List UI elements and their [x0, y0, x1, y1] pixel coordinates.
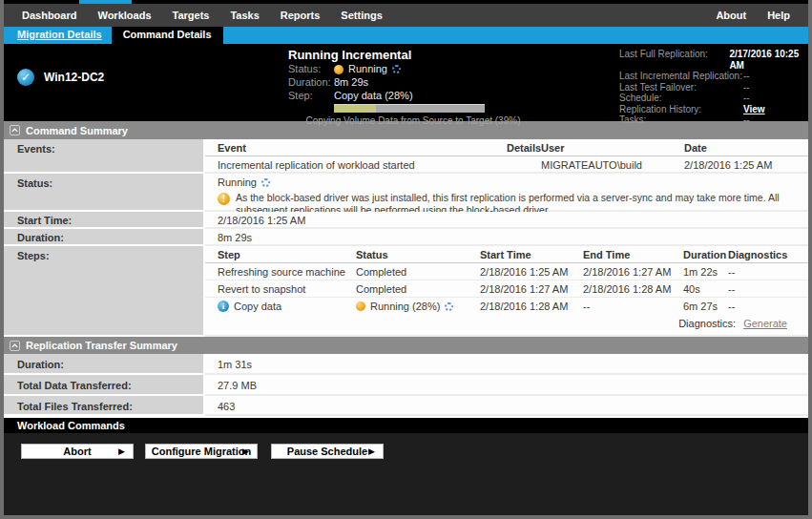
- tab-migration-details[interactable]: Migration Details: [4, 27, 112, 44]
- tasks-value: --: [743, 114, 750, 126]
- workload-commands-title: Workload Commands: [17, 420, 125, 431]
- summary-duration-label: Duration:: [4, 229, 205, 246]
- collapse-icon[interactable]: [10, 125, 20, 135]
- workload-commands-area: Abort ▶ Configure Migration ▶ Pause Sche…: [4, 433, 808, 515]
- progress-caption: Copying Volume Data from Source to Targe…: [288, 115, 538, 126]
- status-row: Status: Running ! As the block-based dri…: [4, 174, 808, 212]
- event-table-row: Incremental replication of workload star…: [205, 156, 808, 174]
- steps-col-step: Step: [205, 246, 356, 263]
- spinner-icon: [392, 65, 401, 73]
- events-col-date: Date: [684, 139, 808, 156]
- events-row: Events: Event Details User Date Incremen…: [4, 139, 808, 174]
- events-col-event: Event: [205, 139, 507, 156]
- progress-bar-fill: [334, 105, 376, 113]
- nav-item-about[interactable]: About: [705, 10, 757, 21]
- replication-summary-block: Last Full Replication:2/17/2016 10:25 AM…: [619, 49, 806, 126]
- step-table-row: Revert to snapshot Completed 2/18/2016 1…: [205, 280, 808, 298]
- transfer-duration-row: Duration: 1m 31s: [4, 354, 808, 375]
- start-time-label: Start Time:: [4, 212, 205, 229]
- last-full-replication-label: Last Full Replication:: [619, 49, 729, 71]
- steps-col-status: Status: [356, 246, 480, 263]
- summary-status-value: Running: [218, 176, 257, 188]
- nav-item-help[interactable]: Help: [757, 10, 801, 21]
- command-status-block: Running Incremental Status: Running Dura…: [288, 48, 538, 126]
- configure-migration-button[interactable]: Configure Migration ▶: [145, 444, 258, 459]
- arrow-right-icon: ▶: [118, 446, 125, 456]
- events-label: Events:: [4, 139, 205, 174]
- check-icon: ✓: [17, 69, 34, 86]
- nav-item-tasks[interactable]: Tasks: [219, 10, 269, 21]
- events-table: Event Details User Date Incremental repl…: [205, 139, 808, 173]
- command-title: Running Incremental: [288, 48, 538, 62]
- spinner-icon: [445, 302, 453, 311]
- start-time-row: Start Time: 2/18/2016 1:25 AM: [4, 212, 808, 229]
- total-data-row: Total Data Transferred: 27.9 MB: [4, 375, 808, 396]
- summary-status-content: Running ! As the block-based driver was …: [205, 174, 808, 212]
- steps-col-duration: Duration: [683, 246, 728, 263]
- steps-col-end: End Time: [583, 246, 683, 263]
- window-frame: Dashboard Workloads Targets Tasks Report…: [0, 0, 812, 519]
- nav-item-targets[interactable]: Targets: [162, 10, 220, 21]
- steps-label: Steps:: [4, 246, 205, 337]
- last-test-failover-label: Last Test Failover:: [619, 82, 743, 93]
- summary-status-label: Status:: [4, 174, 205, 212]
- replication-history-label: Replication History:: [619, 104, 743, 115]
- last-incremental-replication-value: --: [743, 71, 750, 82]
- active-nav-indicator: [79, 0, 132, 4]
- total-files-row: Total Files Transferred: 463: [4, 396, 808, 416]
- schedule-label: Schedule:: [619, 93, 743, 104]
- total-files-label: Total Files Transferred:: [4, 396, 205, 416]
- spinner-icon: [261, 178, 270, 187]
- start-time-value: 2/18/2016 1:25 AM: [205, 212, 808, 229]
- steps-table: Step Status Start Time End Time Duration…: [205, 246, 808, 314]
- main-nav: Dashboard Workloads Targets Tasks Report…: [4, 4, 808, 27]
- nav-item-reports[interactable]: Reports: [270, 10, 331, 21]
- total-data-value: 27.9 MB: [205, 375, 808, 396]
- abort-button[interactable]: Abort ▶: [21, 444, 134, 459]
- total-data-label: Total Data Transferred:: [4, 375, 205, 396]
- events-col-details: Details: [507, 139, 541, 156]
- tasks-label: Tasks:: [619, 114, 743, 126]
- nav-item-workloads[interactable]: Workloads: [87, 10, 161, 21]
- progress-bar: [334, 104, 485, 113]
- status-dot-icon: [334, 65, 344, 74]
- transfer-duration-value: 1m 31s: [205, 354, 808, 375]
- status-label: Status:: [288, 63, 334, 75]
- generate-diagnostics-link[interactable]: Generate: [743, 318, 787, 329]
- events-col-user: User: [541, 139, 684, 156]
- warning-icon: !: [218, 193, 230, 205]
- schedule-value: --: [743, 93, 750, 104]
- steps-col-diagnostics: Diagnostics: [728, 246, 808, 263]
- command-header: ✓ Win12-DC2 Running Incremental Status: …: [4, 44, 808, 121]
- last-incremental-replication-label: Last Incremental Replication:: [619, 71, 743, 82]
- pause-schedule-button[interactable]: Pause Schedule ▶: [271, 444, 384, 459]
- arrow-right-icon: ▶: [368, 446, 375, 456]
- nav-item-dashboard[interactable]: Dashboard: [11, 10, 87, 21]
- running-status-dot-icon: [356, 301, 365, 311]
- step-table-row: Refreshing source machine Completed 2/18…: [205, 263, 808, 280]
- status-value: Running: [334, 63, 401, 75]
- steps-row: Steps: Step Status Start Time End Time D…: [4, 246, 808, 337]
- transfer-summary-header: Replication Transfer Summary: [4, 337, 808, 354]
- duration-value: 8m 29s: [334, 76, 368, 89]
- replication-history-view-link[interactable]: View: [743, 104, 765, 115]
- diagnostics-label: Diagnostics:: [678, 318, 736, 329]
- command-summary-title: Command Summary: [26, 125, 128, 136]
- app-window: Dashboard Workloads Targets Tasks Report…: [4, 0, 808, 515]
- total-files-value: 463: [205, 396, 808, 416]
- last-full-replication-value: 2/17/2016 10:25 AM: [729, 49, 806, 71]
- transfer-duration-label: Duration:: [4, 354, 205, 375]
- nav-item-settings[interactable]: Settings: [330, 10, 392, 21]
- transfer-summary-title: Replication Transfer Summary: [26, 340, 177, 351]
- step-value: Copy data (28%): [334, 90, 413, 102]
- last-test-failover-value: --: [743, 82, 750, 93]
- diagnostics-line: Diagnostics: Generate: [205, 314, 808, 329]
- duration-label: Duration:: [288, 76, 334, 89]
- tab-command-details[interactable]: Command Details: [112, 27, 223, 44]
- steps-col-start: Start Time: [480, 246, 583, 263]
- detail-tabs: Migration Details Command Details: [4, 27, 808, 44]
- collapse-icon[interactable]: [10, 341, 20, 351]
- summary-duration-value: 8m 29s: [205, 229, 808, 246]
- duration-row: Duration: 8m 29s: [4, 229, 808, 246]
- steps-content: Step Status Start Time End Time Duration…: [205, 246, 808, 337]
